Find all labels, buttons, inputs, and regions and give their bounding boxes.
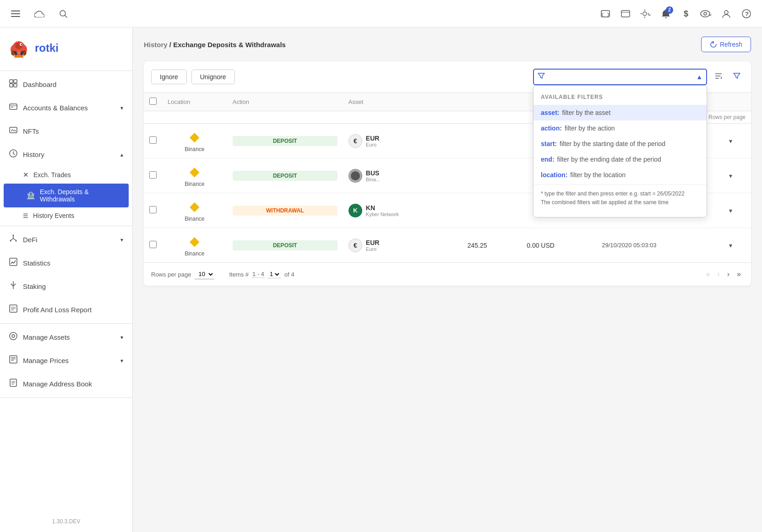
row3-action-badge: WITHDRAWAL: [233, 206, 337, 216]
row4-checkbox-cell[interactable]: [144, 228, 162, 263]
exch-deposits-icon: 🏦: [27, 191, 35, 200]
eye-icon[interactable]: [698, 5, 714, 22]
unignore-button[interactable]: Unignore: [191, 70, 235, 84]
notification-icon[interactable]: 2: [658, 5, 674, 22]
cloud-icon[interactable]: [31, 5, 48, 22]
sidebar-item-manage-address[interactable]: Manage Address Book: [0, 372, 132, 396]
sidebar-item-manage-prices[interactable]: Manage Prices ▾: [0, 349, 132, 372]
col-amount: [462, 93, 521, 111]
filter-option-start[interactable]: start: filter by the starting date of th…: [533, 136, 707, 152]
row1-expand-cell[interactable]: ▾: [724, 124, 751, 158]
rows-per-page-label-header: Rows per page: [708, 114, 746, 120]
filter-option-action[interactable]: action: filter by the action: [533, 120, 707, 136]
filter-option-asset[interactable]: asset: filter by the asset: [533, 105, 707, 120]
row4-expand-btn[interactable]: ▾: [729, 242, 732, 249]
sidebar-item-staking[interactable]: Staking: [0, 275, 132, 298]
sidebar-item-manage-assets-label: Manage Assets: [23, 333, 70, 341]
row1-expand-btn[interactable]: ▾: [729, 137, 732, 145]
binance-icon-2: ◆: [190, 164, 200, 179]
sidebar-sub-exch-trades[interactable]: ✕ Exch. Trades: [0, 166, 132, 184]
page-last-btn[interactable]: »: [734, 268, 744, 280]
svg-point-15: [704, 12, 707, 15]
sidebar-item-dashboard[interactable]: Dashboard: [0, 73, 132, 96]
row2-expand-cell[interactable]: ▾: [724, 158, 751, 193]
sidebar-item-statistics[interactable]: Statistics: [0, 251, 132, 275]
refresh-button[interactable]: Refresh: [701, 37, 751, 52]
row3-checkbox[interactable]: [149, 206, 157, 213]
select-all-checkbox[interactable]: [149, 98, 157, 105]
sort-icon[interactable]: [712, 69, 725, 85]
filter-icon[interactable]: [730, 69, 744, 85]
currency-icon[interactable]: $: [678, 5, 694, 22]
filter-option-end[interactable]: end: filter by the ending date of the pe…: [533, 152, 707, 167]
rows-per-page-label: Rows per page: [151, 271, 191, 278]
svg-rect-30: [10, 84, 13, 87]
ignore-button[interactable]: Ignore: [151, 70, 187, 84]
row2-checkbox-cell[interactable]: [144, 158, 162, 193]
row2-location-name: Binance: [185, 181, 204, 187]
row3-expand-cell[interactable]: ▾: [724, 193, 751, 228]
row1-location-name: Binance: [185, 146, 204, 152]
breadcrumb-current: Exchange Deposits & Withdrawals: [173, 41, 286, 49]
svg-rect-35: [10, 127, 17, 133]
row1-checkbox[interactable]: [149, 136, 157, 144]
row4-value: 0.00 USD: [521, 228, 596, 263]
col-checkbox: [144, 93, 162, 111]
sidebar-item-manage-assets[interactable]: Manage Assets ▾: [0, 326, 132, 349]
filter-chevron-icon[interactable]: ▲: [696, 73, 702, 81]
row4-amount: 245.25: [462, 228, 521, 263]
row3-checkbox-cell[interactable]: [144, 193, 162, 228]
topbar-right: 2 $: [597, 5, 755, 22]
filter-key-action: action:: [541, 125, 562, 132]
row4-expand-cell[interactable]: ▾: [724, 228, 751, 263]
code-icon[interactable]: [597, 5, 614, 22]
sidebar-sub-history-events[interactable]: ☰ History Events: [0, 207, 132, 224]
binance-icon-3: ◆: [190, 199, 200, 214]
row4-location-name: Binance: [185, 250, 204, 257]
sidebar-item-accounts[interactable]: Accounts & Balances ▾: [0, 96, 132, 119]
search-icon[interactable]: [55, 5, 71, 22]
sidebar-item-history[interactable]: History ▴: [0, 143, 132, 166]
row3-expand-btn[interactable]: ▾: [729, 207, 732, 214]
sidebar-item-nfts[interactable]: NFTs: [0, 119, 132, 143]
help-icon[interactable]: ?: [738, 5, 755, 22]
svg-point-25: [17, 51, 20, 54]
filter-option-location[interactable]: location: filter by the location: [533, 167, 707, 183]
row4-checkbox[interactable]: [149, 241, 157, 248]
filter-key-asset: asset:: [541, 109, 559, 116]
row2-checkbox[interactable]: [149, 171, 157, 179]
filter-dropdown-title: AVAILABLE FILTERS: [533, 91, 707, 105]
table-card: Ignore Unignore ▲ AVAILABLE FILTERS: [144, 61, 751, 286]
sidebar-item-nfts-label: NFTs: [23, 127, 39, 135]
row4-asset-cell: € EUR Euro: [343, 228, 462, 263]
page-next-btn[interactable]: ›: [724, 268, 732, 280]
pagination-footer: Rows per page 10 25 50 Items # 1 - 4 1 o…: [144, 262, 751, 286]
history-events-icon: ☰: [23, 212, 28, 219]
sidebar-item-pnl[interactable]: Profit And Loss Report: [0, 298, 132, 321]
row3-asset-symbol: KN: [366, 204, 399, 212]
accounts-icon: [9, 103, 17, 113]
user-icon[interactable]: [718, 5, 735, 22]
filter-hint: * type the filter and then press enter e…: [533, 185, 707, 212]
refresh-label: Refresh: [720, 41, 742, 48]
sidebar-sub-exch-deposits[interactable]: 🏦 Exch. Deposits & Withdrawals: [4, 184, 129, 207]
items-page-select[interactable]: 1: [268, 270, 281, 278]
sidebar-item-defi[interactable]: DeFi ▾: [0, 228, 132, 251]
menu-icon[interactable]: [7, 5, 24, 22]
row1-location-cell: ◆ Binance: [162, 124, 227, 158]
row3-asset-name: Kyber Network: [366, 212, 399, 217]
row2-expand-btn[interactable]: ▾: [729, 172, 732, 179]
defi-chevron: ▾: [120, 237, 123, 243]
main-layout: rotki Dashboard: [0, 27, 762, 532]
history-events-label: History Events: [33, 212, 74, 219]
page-first-btn[interactable]: «: [703, 268, 713, 280]
row3-action-cell: WITHDRAWAL: [227, 193, 343, 228]
theme-icon[interactable]: [637, 5, 654, 22]
filter-input[interactable]: [533, 69, 707, 85]
row1-checkbox-cell[interactable]: [144, 124, 162, 158]
page-prev-btn[interactable]: ‹: [714, 268, 722, 280]
rows-per-page-select[interactable]: 10 25 50: [195, 269, 214, 279]
sidebar-item-manage-prices-label: Manage Prices: [23, 357, 69, 364]
browser-icon[interactable]: [617, 5, 634, 22]
filter-hint-line2: The combined filters will be applied at …: [541, 198, 699, 207]
